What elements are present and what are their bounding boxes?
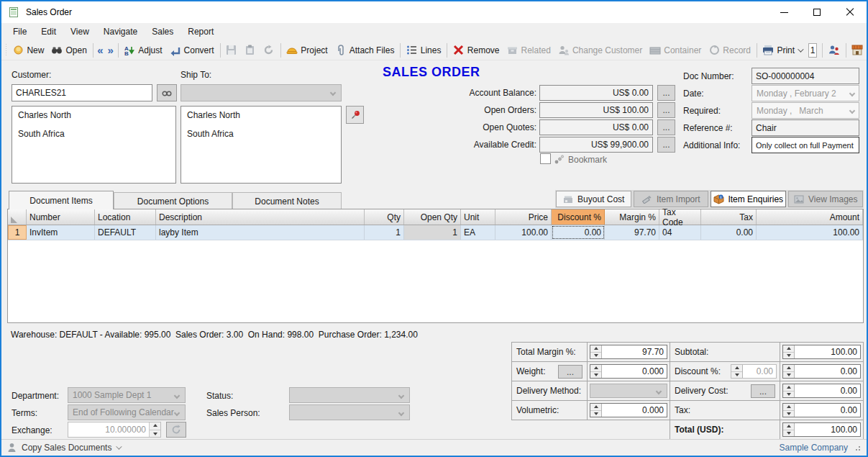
adjust-button[interactable]: AB Adjust [120, 43, 165, 58]
record-icon [708, 45, 720, 56]
bookmark-checkbox[interactable] [540, 153, 551, 164]
close-button[interactable] [833, 1, 867, 23]
customer-address-line1: Charles North [18, 111, 170, 120]
volumetric-field[interactable]: 0.000 [590, 403, 667, 417]
spinner[interactable] [590, 345, 602, 358]
spinner[interactable] [590, 365, 602, 378]
col-unit[interactable]: Unit [461, 209, 495, 225]
navigate-forward-button[interactable]: » [106, 44, 116, 56]
lines-button[interactable]: Lines [403, 43, 445, 58]
cell-tax-code[interactable]: 04 [659, 225, 701, 240]
cell-unit[interactable]: EA [461, 225, 495, 240]
item-import-icon [641, 194, 653, 205]
delivery-method-cell [587, 381, 670, 401]
col-description[interactable]: Description [156, 209, 365, 225]
col-margin[interactable]: Margin % [605, 209, 659, 225]
project-button[interactable]: Project [283, 43, 331, 58]
col-qty[interactable]: Qty [365, 209, 404, 225]
new-button[interactable]: New [9, 43, 47, 58]
cell-qty[interactable]: 1 [365, 225, 404, 240]
attach-files-button[interactable]: Attach Files [332, 43, 398, 58]
item-enquiries-button[interactable]: i Item Enquiries [711, 191, 786, 207]
row-number-cell[interactable]: 1 [8, 225, 27, 240]
weight-detail-button[interactable]: ... [558, 365, 583, 379]
date-label: Date: [683, 89, 704, 99]
customers-button[interactable] [825, 43, 844, 58]
minimize-button[interactable] [767, 1, 800, 23]
menu-report[interactable]: Report [181, 24, 221, 39]
cell-tax[interactable]: 0.00 [701, 225, 757, 240]
col-tax[interactable]: Tax [701, 209, 757, 225]
account-balance-detail-button[interactable]: ... [657, 85, 675, 101]
tab-document-items[interactable]: Document Items [9, 191, 114, 209]
open-quotes-detail-button[interactable]: ... [657, 119, 675, 135]
print-dropdown-icon[interactable] [798, 46, 803, 52]
cell-description[interactable]: layby Item [156, 225, 365, 240]
copy-sales-documents-button[interactable]: Copy Sales Documents [6, 442, 120, 453]
weight-field[interactable]: 0.000 [590, 364, 667, 379]
chevron-down-icon [174, 410, 180, 416]
total-margin-field[interactable]: 97.70 [590, 345, 667, 359]
spin-down-icon [590, 411, 601, 417]
delivery-cost-detail-button[interactable]: ... [751, 384, 775, 398]
table-row[interactable]: 1 InvItem DEFAULT layby Item 1 1 EA 100.… [8, 225, 863, 240]
print-copies-input[interactable]: 1 [808, 43, 817, 58]
cell-number[interactable]: InvItem [27, 225, 95, 240]
paste-button [241, 43, 260, 58]
maximize-button[interactable] [800, 1, 833, 23]
resize-grip[interactable] [854, 444, 861, 451]
cell-amount[interactable]: 100.00 [757, 225, 863, 240]
tab-document-options[interactable]: Document Options [114, 192, 232, 209]
ship-to-label: Ship To: [181, 70, 211, 80]
chevron-down-icon [398, 393, 404, 399]
delivery-cost-label: Delivery Cost: [675, 386, 728, 396]
convert-button[interactable]: Convert [166, 43, 218, 58]
additional-info-field[interactable]: Only collect on full Payment [751, 137, 859, 153]
menu-edit[interactable]: Edit [34, 24, 63, 39]
navigate-back-button[interactable]: « [95, 44, 105, 56]
cell-margin[interactable]: 97.70 [605, 225, 659, 240]
bookmark-label: Bookmark [568, 155, 607, 165]
terms-select: End of Following Calendar [68, 404, 186, 420]
menu-file[interactable]: File [6, 24, 34, 39]
col-open-qty[interactable]: Open Qty [404, 209, 461, 225]
spinner[interactable] [590, 404, 602, 417]
menu-navigate[interactable]: Navigate [96, 24, 145, 39]
delivery-cost-label-cell: Delivery Cost: ... [670, 381, 780, 401]
customer-input[interactable]: CHARLES21 [12, 84, 152, 101]
map-pin-button[interactable] [346, 106, 364, 124]
col-number[interactable]: Number [27, 209, 95, 225]
company-button[interactable] [848, 43, 867, 58]
open-orders-detail-button[interactable]: ... [657, 102, 675, 118]
cell-discount[interactable]: 0.00 [552, 225, 605, 240]
total-margin-label: Total Margin %: [511, 342, 588, 362]
available-credit-detail-button[interactable]: ... [657, 137, 675, 153]
menu-view[interactable]: View [63, 24, 96, 39]
date-select[interactable]: Monday , February 2 [751, 85, 859, 101]
related-button: Related [503, 43, 554, 58]
col-amount[interactable]: Amount [757, 209, 863, 225]
company-name-link[interactable]: Sample Company [780, 443, 848, 453]
remove-button[interactable]: Remove [449, 43, 503, 58]
tab-document-notes[interactable]: Document Notes [232, 192, 342, 209]
col-price[interactable]: Price [495, 209, 552, 225]
cell-location[interactable]: DEFAULT [95, 225, 156, 240]
print-button[interactable]: Print [759, 43, 805, 58]
col-location[interactable]: Location [95, 209, 156, 225]
menubar: File Edit View Navigate Sales Report [1, 23, 867, 40]
discount-label-cell: Discount %: 0.00 [670, 361, 780, 381]
cell-price[interactable]: 100.00 [495, 225, 552, 240]
col-tax-code[interactable]: Tax Code [659, 209, 701, 225]
required-select[interactable]: Monday , March [751, 102, 859, 119]
open-button[interactable]: Open [47, 43, 90, 58]
select-all-cell[interactable] [8, 209, 27, 225]
customer-search-button[interactable] [157, 84, 177, 101]
menu-sales[interactable]: Sales [145, 24, 181, 39]
reference-field[interactable]: Chair [751, 119, 859, 136]
delivery-cost-field[interactable]: 0.00 [782, 384, 861, 398]
total-usd-label: Total (USD): [670, 420, 780, 440]
new-sun-icon [12, 45, 24, 56]
refresh-rate-icon [170, 424, 182, 435]
spinner[interactable] [783, 384, 795, 397]
col-discount[interactable]: Discount % [552, 209, 605, 225]
